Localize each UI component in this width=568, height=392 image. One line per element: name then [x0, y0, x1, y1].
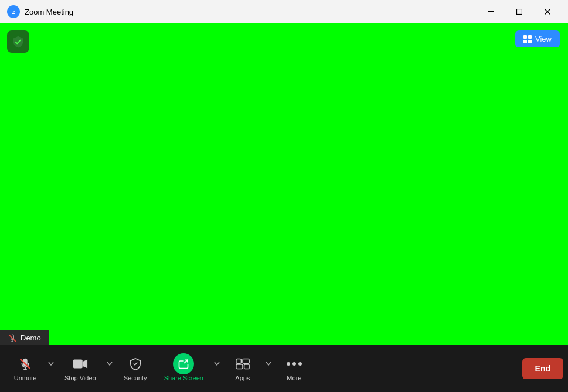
- security-button[interactable]: Security: [115, 352, 156, 385]
- unmute-chevron[interactable]: [46, 355, 56, 371]
- svg-rect-8: [523, 40, 527, 43]
- apps-chevron[interactable]: [263, 355, 274, 371]
- stop-video-button[interactable]: Stop Video: [56, 352, 104, 385]
- demo-label: Demo: [0, 330, 49, 345]
- apps-button[interactable]: Apps: [222, 352, 263, 385]
- end-button[interactable]: End: [522, 358, 563, 379]
- svg-point-24: [292, 362, 296, 366]
- svg-rect-9: [528, 40, 532, 43]
- stop-video-group: Stop Video: [56, 352, 115, 385]
- maximize-button[interactable]: [506, 0, 533, 23]
- svg-text:Z: Z: [12, 9, 15, 15]
- demo-text: Demo: [21, 333, 41, 342]
- svg-rect-2: [488, 11, 494, 12]
- apps-group: Apps: [222, 352, 274, 385]
- view-label: View: [535, 35, 552, 43]
- svg-rect-16: [73, 360, 83, 369]
- title-bar: Z Zoom Meeting: [0, 0, 568, 23]
- security-label: Security: [124, 374, 147, 381]
- apps-label: Apps: [235, 374, 250, 381]
- svg-rect-19: [236, 359, 242, 363]
- mic-icon: [19, 356, 32, 372]
- share-screen-button[interactable]: Share Screen: [156, 352, 212, 385]
- share-screen-group: Share Screen: [156, 352, 222, 385]
- stop-video-label: Stop Video: [64, 374, 96, 381]
- video-icon: [73, 356, 88, 372]
- svg-rect-21: [236, 364, 243, 369]
- unmute-group: Unmute: [5, 352, 56, 385]
- close-button[interactable]: [534, 0, 561, 23]
- minimize-button[interactable]: [478, 0, 505, 23]
- window-controls: [478, 0, 561, 23]
- share-screen-chevron[interactable]: [212, 355, 222, 371]
- share-screen-icon: [173, 356, 194, 372]
- apps-icon: [236, 356, 250, 372]
- unmute-button[interactable]: Unmute: [5, 352, 46, 385]
- zoom-logo-icon: Z: [7, 5, 20, 18]
- stop-video-chevron[interactable]: [104, 355, 115, 371]
- svg-marker-17: [83, 360, 87, 369]
- window-title: Zoom Meeting: [25, 8, 478, 16]
- svg-point-25: [298, 362, 302, 366]
- toolbar: Unmute Stop Video: [0, 345, 568, 392]
- more-label: More: [287, 374, 301, 381]
- svg-rect-22: [244, 364, 249, 369]
- svg-rect-20: [243, 359, 249, 363]
- svg-point-23: [287, 362, 290, 366]
- svg-rect-6: [523, 35, 527, 39]
- svg-rect-7: [528, 35, 532, 39]
- shield-badge: [7, 30, 29, 53]
- more-group: More: [274, 352, 315, 385]
- svg-rect-3: [517, 9, 522, 15]
- meeting-area: View Demo: [0, 23, 568, 345]
- unmute-label: Unmute: [14, 374, 37, 381]
- share-screen-label: Share Screen: [164, 374, 203, 381]
- view-button[interactable]: View: [515, 30, 560, 47]
- more-icon: [286, 356, 302, 372]
- more-button[interactable]: More: [274, 352, 315, 385]
- shield-icon: [129, 356, 142, 372]
- security-group: Security: [115, 352, 156, 385]
